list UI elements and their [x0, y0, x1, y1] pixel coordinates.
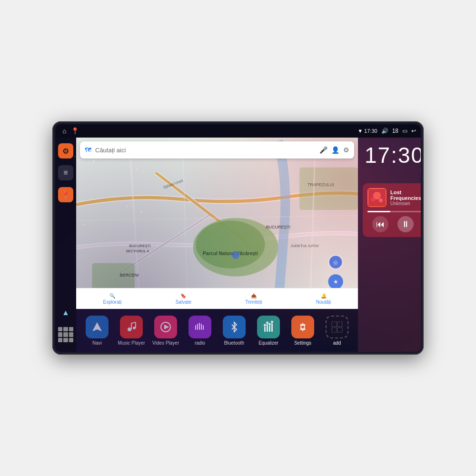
voice-search-icon[interactable]: 🎤: [319, 146, 327, 154]
home-icon[interactable]: ⌂: [62, 127, 66, 135]
battery-level: 18: [392, 128, 398, 134]
status-bar: ⌂ 📍 ▼ 17:30 🔊 18 ▭ ↩: [55, 124, 421, 138]
svg-point-53: [379, 198, 383, 202]
music-progress-bar[interactable]: [367, 211, 421, 212]
battery-icon: ▭: [402, 128, 407, 134]
map-nav-explore[interactable]: 🔍 Explorați: [103, 293, 122, 305]
map-search-bar[interactable]: 🗺 Căutați aici 🎤 👤 ⚙: [80, 141, 354, 159]
search-placeholder[interactable]: Căutați aici: [95, 147, 316, 154]
status-left: ⌂ 📍: [62, 127, 79, 135]
clock-section: 17:30 2023/12/12 Tuesday: [358, 138, 421, 183]
map-bottom-nav: 🔍 Explorați 🔖 Salvate 📤 Trimiteți �: [76, 288, 358, 309]
clock-date: 2023/12/12 Tuesday: [365, 167, 421, 178]
sidebar: ⚙ ≡ 📍 ▲: [55, 138, 76, 352]
pause-button[interactable]: ⏸: [397, 216, 414, 232]
clock-time: 17:30: [365, 144, 421, 166]
clock-date-value: 2023/12/12: [420, 167, 421, 173]
music-artist: Unknown: [390, 201, 421, 206]
map-nav-saved[interactable]: 🔖 Salvate: [176, 293, 191, 305]
map-nav-news[interactable]: 🔔 Noutăți: [316, 293, 331, 305]
main-content: ⚙ ≡ 📍 ▲: [55, 138, 421, 352]
music-thumbnail: [367, 188, 387, 207]
wifi-icon: ▼ 17:30: [357, 128, 377, 134]
map-nav-send[interactable]: 📤 Trimiteți: [245, 293, 262, 305]
settings-icon[interactable]: ⚙: [343, 146, 349, 154]
sidebar-arrow-icon[interactable]: ▲: [58, 305, 73, 320]
sidebar-grid-button[interactable]: [58, 327, 73, 342]
back-icon[interactable]: ↩: [411, 128, 416, 134]
sidebar-settings-icon[interactable]: ⚙: [58, 143, 73, 159]
svg-point-52: [371, 197, 376, 202]
volume-icon: 🔊: [381, 128, 388, 134]
music-info-row: Lost Frequencies_Janie... Unknown: [367, 188, 421, 207]
sidebar-maps-icon[interactable]: 📍: [58, 187, 73, 202]
google-maps-icon: 🗺: [85, 146, 91, 154]
music-widget[interactable]: Lost Frequencies_Janie... Unknown ⏮ ⏸ ⏭: [363, 183, 421, 237]
music-info-text: Lost Frequencies_Janie... Unknown: [390, 189, 421, 206]
music-progress-fill: [367, 211, 390, 212]
music-title: Lost Frequencies_Janie...: [390, 189, 421, 201]
sidebar-files-icon[interactable]: ≡: [58, 165, 73, 180]
car-head-unit: ⌂ 📍 ▼ 17:30 🔊 18 ▭ ↩ ⚙ ≡ 📍 ▲: [52, 121, 424, 355]
maps-shortcut-icon[interactable]: 📍: [71, 127, 79, 135]
prev-button[interactable]: ⏮: [372, 216, 388, 232]
right-panel: 17:30 2023/12/12 Tuesday: [358, 138, 421, 352]
status-right: ▼ 17:30 🔊 18 ▭ ↩: [357, 128, 416, 134]
account-icon[interactable]: 👤: [331, 146, 339, 154]
music-controls: ⏮ ⏸ ⏭: [367, 216, 421, 232]
screen: ⌂ 📍 ▼ 17:30 🔊 18 ▭ ↩ ⚙ ≡ 📍 ▲: [55, 124, 421, 352]
